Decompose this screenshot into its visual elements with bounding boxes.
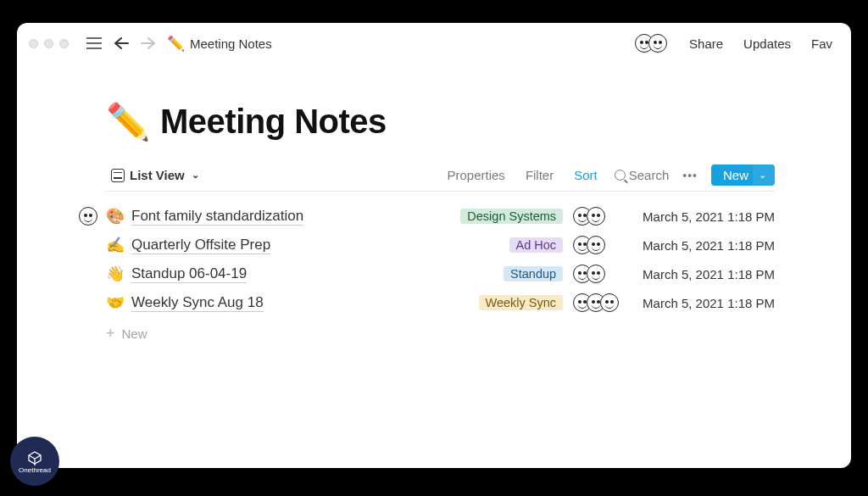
avatar	[587, 207, 605, 226]
search-button[interactable]: Search	[615, 168, 670, 182]
new-button-label: New	[723, 168, 748, 182]
row-date: March 5, 2021 1:18 PM	[643, 296, 775, 310]
app-window: ✏️ Meeting Notes Share Updates Fav ✏️ Me…	[17, 23, 851, 468]
topbar: ✏️ Meeting Notes Share Updates Fav	[17, 23, 851, 64]
assignee-avatars	[578, 293, 626, 312]
row-emoji-icon: 🎨	[106, 207, 126, 226]
chevron-down-icon: ⌄	[192, 170, 199, 181]
add-row-button[interactable]: + New	[106, 317, 775, 349]
sort-button[interactable]: Sort	[570, 166, 601, 184]
row-title[interactable]: Standup 06-04-19	[131, 265, 247, 283]
table-row[interactable]: ✍️Quarterly Offsite PrepAd HocMarch 5, 2…	[106, 231, 775, 259]
assignee-avatars	[578, 236, 626, 254]
favorites-button[interactable]: Fav	[804, 33, 839, 54]
table-row[interactable]: 🎨Font family standardizationDesign Syste…	[106, 202, 775, 231]
breadcrumb-emoji-icon: ✏️	[167, 35, 185, 53]
row-emoji-icon: 👋	[106, 265, 126, 283]
avatar	[587, 236, 605, 254]
brand-label: Onethread	[19, 466, 51, 474]
filter-button[interactable]: Filter	[522, 166, 557, 184]
assignee-avatars	[578, 265, 626, 283]
row-title[interactable]: Quarterly Offsite Prep	[131, 237, 270, 254]
onethread-watermark: Onethread	[10, 437, 59, 486]
properties-button[interactable]: Properties	[444, 166, 509, 184]
row-date: March 5, 2021 1:18 PM	[643, 209, 775, 224]
close-dot[interactable]	[29, 39, 38, 48]
view-switch[interactable]: List View ⌄	[106, 165, 204, 185]
view-label: List View	[130, 168, 185, 182]
row-date: March 5, 2021 1:18 PM	[643, 238, 775, 253]
updates-button[interactable]: Updates	[737, 33, 798, 54]
search-label: Search	[629, 168, 670, 182]
database-rows: 🎨Font family standardizationDesign Syste…	[106, 202, 775, 317]
avatar	[587, 265, 605, 283]
breadcrumb-title: Meeting Notes	[190, 36, 272, 51]
view-toolbar: List View ⌄ Properties Filter Sort Searc…	[106, 164, 775, 192]
avatar	[79, 207, 97, 226]
page-title-row: ✏️ Meeting Notes	[106, 101, 775, 142]
table-row[interactable]: 👋Standup 06-04-19StandupMarch 5, 2021 1:…	[106, 259, 775, 288]
presence-avatars[interactable]	[640, 34, 667, 53]
row-date: March 5, 2021 1:18 PM	[643, 267, 775, 281]
list-view-icon	[111, 169, 125, 182]
share-button[interactable]: Share	[682, 33, 730, 54]
more-options-button[interactable]: •••	[682, 169, 698, 182]
breadcrumb[interactable]: ✏️ Meeting Notes	[167, 35, 272, 53]
menu-icon[interactable]	[84, 33, 104, 53]
assignee-avatars	[578, 207, 626, 226]
search-icon	[615, 170, 626, 181]
page-emoji-icon[interactable]: ✏️	[106, 101, 150, 142]
tag-badge: Ad Hoc	[509, 237, 564, 253]
page-title[interactable]: Meeting Notes	[160, 103, 387, 141]
avatar	[648, 34, 667, 53]
tag-badge: Design Systems	[460, 209, 563, 224]
plus-icon: +	[106, 326, 115, 341]
chevron-down-icon: ⌄	[759, 170, 766, 181]
window-controls	[29, 39, 69, 48]
page-body: ✏️ Meeting Notes List View ⌄ Properties …	[17, 64, 851, 468]
tag-badge: Weekly Sync	[479, 295, 564, 310]
table-row[interactable]: 🤝Weekly Sync Aug 18Weekly SyncMarch 5, 2…	[106, 288, 775, 317]
add-row-label: New	[122, 326, 147, 341]
expand-dot[interactable]	[59, 39, 69, 48]
row-emoji-icon: ✍️	[106, 236, 126, 254]
minimize-dot[interactable]	[44, 39, 53, 48]
tag-badge: Standup	[504, 266, 563, 281]
row-title[interactable]: Weekly Sync Aug 18	[131, 294, 264, 312]
new-button[interactable]: New ⌄	[711, 164, 775, 186]
row-title[interactable]: Font family standardization	[131, 208, 303, 226]
back-button[interactable]	[111, 33, 131, 53]
forward-button[interactable]	[138, 33, 159, 53]
avatar	[600, 293, 619, 312]
row-emoji-icon: 🤝	[106, 293, 126, 312]
